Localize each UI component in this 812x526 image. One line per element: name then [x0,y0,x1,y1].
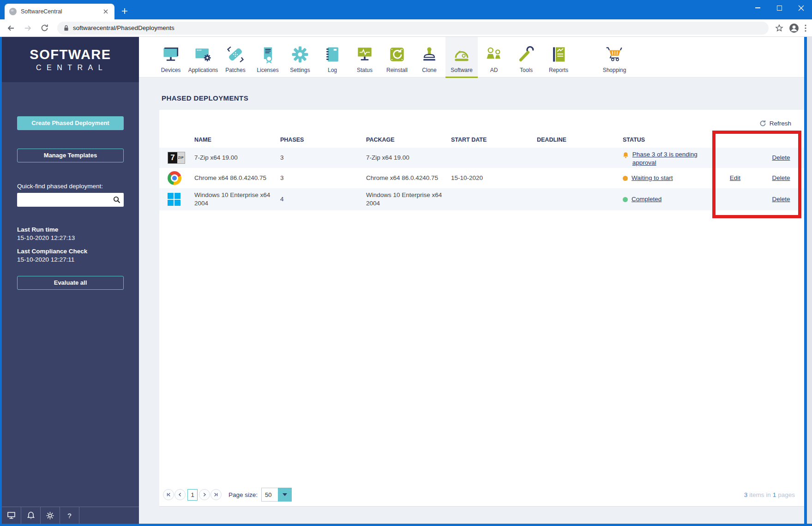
nav-item-status[interactable]: Status [349,37,381,78]
licenses-icon [258,44,278,65]
orange-dot-icon [623,176,628,181]
url-text: softwarecentral/PhasedDeployments [73,24,174,31]
profile-avatar-icon[interactable] [789,23,799,33]
refresh-button[interactable]: Refresh [759,120,791,127]
header-icon-col [159,132,192,148]
search-icon[interactable] [113,196,120,203]
cell-package: 7-Zip x64 19.00 [363,148,448,168]
devices-icon [161,44,181,65]
create-phased-deployment-button[interactable]: Create Phased Deployment [17,116,124,130]
page-size-dropdown-button[interactable] [278,488,292,502]
reports-icon [548,44,569,65]
header-phases: PHASES [277,132,363,148]
status-link[interactable]: Completed [632,195,662,203]
7zip-icon: 7 ZIP [168,152,185,164]
quickfind-search [17,193,124,207]
quickfind-search-input[interactable] [17,193,124,207]
cell-phases: 3 [277,168,363,188]
nav-item-software[interactable]: Software [445,37,478,78]
remote-desktop-icon[interactable] [2,507,21,524]
patches-icon [225,44,246,65]
forward-button[interactable] [21,22,34,35]
nav-item-tools[interactable]: Tools [510,37,542,78]
tab-close-icon[interactable] [102,7,110,16]
nav-item-settings[interactable]: Settings [284,37,316,78]
nav-item-log[interactable]: Log [316,37,349,78]
delete-link[interactable]: Delete [772,154,790,162]
status-link[interactable]: Phase 3 of 3 is pending approval [632,150,710,167]
settings-gear-icon[interactable] [41,507,60,524]
new-tab-button[interactable] [118,5,131,18]
delete-link[interactable]: Delete [772,174,790,182]
cell-deadline [534,148,620,168]
url-bar[interactable]: softwarecentral/PhasedDeployments [57,22,769,35]
lock-icon [64,25,69,31]
refresh-icon [759,120,766,127]
back-button[interactable] [5,22,18,35]
refresh-label: Refresh [770,120,791,127]
minimize-button[interactable] [747,0,769,16]
cell-package: Chrome x64 86.0.4240.75 [363,168,448,188]
tab-title: SoftwareCentral [21,8,62,15]
last-compliance-label: Last Compliance Check [17,248,139,255]
cell-phases: 4 [277,188,363,210]
pager-first-button[interactable] [163,489,174,500]
nav-item-clone[interactable]: Clone [413,37,445,78]
nav-item-reinstall[interactable]: Reinstall [381,37,413,78]
cell-start-date [448,148,534,168]
cell-package: Windows 10 Enterprise x64 2004 [363,188,448,210]
chrome-icon [168,171,181,185]
notifications-bell-icon[interactable] [21,507,41,524]
cell-phases: 3 [277,148,363,168]
header-edit-col [712,132,758,148]
cell-start-date: 15-10-2020 [448,168,534,188]
cell-delete: Delete [758,148,804,168]
cell-edit [712,148,758,168]
nav-item-patches[interactable]: Patches [219,37,252,78]
status-link[interactable]: Waiting to start [632,174,673,182]
window-frame-bottom [0,524,812,526]
browser-menu-icon[interactable] [805,24,806,32]
deployments-card: Refresh NAME PHASES PACKAGE START DATE D… [159,110,804,507]
close-button[interactable] [790,0,812,16]
bookmark-star-icon[interactable] [775,24,783,32]
pager-last-button[interactable] [211,489,222,500]
cell-edit: Edit [712,168,758,188]
pager-current-page[interactable]: 1 [187,489,198,501]
edit-link[interactable]: Edit [730,174,740,182]
clone-icon [419,44,439,65]
tools-icon [516,44,536,65]
nav-item-licenses[interactable]: Licenses [252,37,284,78]
help-icon[interactable]: ? [60,507,79,524]
maximize-button[interactable] [769,0,790,16]
app-logo: SOFTWARE CENTRAL [2,37,139,82]
cell-status: Completed [620,188,712,210]
header-name: NAME [192,132,277,148]
cell-name: 7-Zip x64 19.00 [192,148,277,168]
deployments-table: NAME PHASES PACKAGE START DATE DEADLINE … [159,132,804,210]
pagination-bar: 1 Page size: 3 items in 1 pages [159,483,804,506]
logo-line1: SOFTWARE [30,47,111,62]
manage-templates-button[interactable]: Manage Templates [17,149,124,162]
ad-users-icon [484,44,504,65]
green-dot-icon [623,197,628,202]
log-icon [322,44,343,65]
nav-item-shopping[interactable]: Shopping [598,37,631,78]
settings-nav-icon [290,44,310,65]
nav-item-reports[interactable]: Reports [542,37,575,78]
evaluate-all-button[interactable]: Evaluate all [17,276,124,290]
browser-tab[interactable]: SoftwareCentral [5,4,114,19]
cell-name: Chrome x64 86.0.4240.75 [192,168,277,188]
page-size-input[interactable] [261,488,278,502]
reload-button[interactable] [38,22,51,35]
header-package: PACKAGE [363,132,448,148]
nav-item-applications[interactable]: Applications [187,37,219,78]
nav-item-ad[interactable]: AD [478,37,510,78]
pager-next-button[interactable] [199,489,210,500]
cell-deadline [534,168,620,188]
quickfind-label: Quick-find phased deployment: [17,183,139,190]
sidebar: SOFTWARE CENTRAL Create Phased Deploymen… [2,37,139,524]
pager-prev-button[interactable] [174,489,186,500]
delete-link[interactable]: Delete [772,195,790,203]
nav-item-devices[interactable]: Devices [155,37,187,78]
